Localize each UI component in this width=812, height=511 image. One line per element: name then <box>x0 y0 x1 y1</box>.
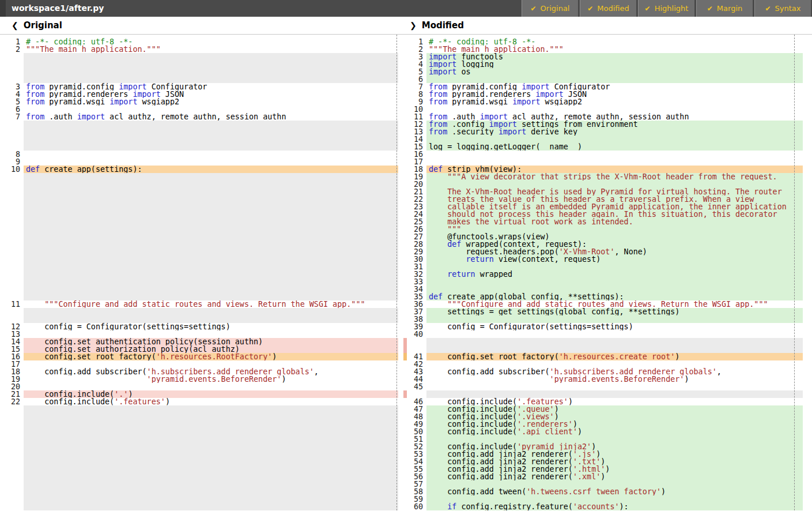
collapse-modified-icon[interactable]: ❯ <box>410 21 417 30</box>
marker-strip <box>0 76 4 83</box>
code-text <box>24 106 398 113</box>
code-line: 50 config.include('.api_client') <box>403 428 812 435</box>
marker-strip <box>0 480 4 488</box>
filler-row <box>0 128 403 136</box>
code-line: 52 config.include('pyramid_jinja2') <box>403 443 812 450</box>
code-text: config.include('.api_client') <box>426 428 803 435</box>
filler-row <box>403 345 812 353</box>
code-line: 18def strip_vhm(view): <box>403 166 812 173</box>
code-text: config = Configurator(settings=settings) <box>24 323 398 330</box>
code-text <box>24 121 398 128</box>
code-line: 13 <box>0 330 403 338</box>
code-text: config.include('.features') <box>426 398 803 405</box>
code-text: from pyramid.wsgi import wsgiapp2 <box>24 98 398 106</box>
filler-row <box>0 68 403 76</box>
button-label: Margin <box>717 4 742 13</box>
code-text: return view(context, request) <box>426 256 803 263</box>
code-line: 1# -*- coding: utf-8 -*- <box>403 38 812 46</box>
code-text <box>24 248 398 256</box>
code-line: 27 @functools.wraps(view) <box>403 233 812 241</box>
code-line: 19 'pyramid.events.BeforeRender') <box>0 375 403 383</box>
line-number <box>4 413 24 420</box>
marker-strip <box>0 106 4 113</box>
marker-strip <box>0 450 4 458</box>
code-line: 9 <box>0 158 403 166</box>
code-text: import functools <box>426 53 803 61</box>
filler-row <box>0 488 403 495</box>
code-text <box>24 293 398 300</box>
code-text <box>24 480 398 488</box>
collapse-original-icon[interactable]: ❮ <box>12 21 18 30</box>
code-text <box>24 330 398 338</box>
filler-row <box>0 315 403 323</box>
code-line: 45 <box>403 383 812 390</box>
marker-strip <box>0 68 4 76</box>
code-text <box>426 158 803 166</box>
code-text: should not process this header again. In… <box>426 211 803 218</box>
code-line: 21 The X-Vhm-Root header is used by Pyra… <box>403 188 812 196</box>
code-text <box>426 278 803 285</box>
margin-guide <box>396 35 397 510</box>
line-number <box>4 420 24 428</box>
code-line: 58 config.add_tween('h.tweens.csrf_tween… <box>403 488 812 495</box>
line-number: 22 <box>4 398 24 405</box>
marker-strip <box>0 473 4 480</box>
code-line: 46 config.include('.features') <box>403 398 812 405</box>
marker-strip <box>0 91 4 98</box>
titlebar: workspace1/after.py ✔Original✔Modified✔H… <box>0 0 812 17</box>
filler-row <box>0 293 403 300</box>
code-line: 48 config.include('.views') <box>403 413 812 420</box>
filler-row <box>0 136 403 143</box>
line-number: 45 <box>407 383 426 390</box>
marker-strip <box>0 53 4 61</box>
code-line: 42 <box>403 360 812 368</box>
line-number <box>4 435 24 443</box>
modified-pane-title: Modified <box>422 20 464 31</box>
line-number <box>4 196 24 203</box>
filler-row <box>0 248 403 256</box>
line-number: 1 <box>407 38 426 46</box>
code-text: config.add_jinja2_renderer('.txt') <box>426 458 803 465</box>
marker-strip <box>0 196 4 203</box>
code-text: from pyramid.renderers import JSON <box>24 91 398 98</box>
line-number <box>4 405 24 413</box>
marker-strip <box>0 173 4 181</box>
code-line: 32 return wrapped <box>403 270 812 278</box>
code-text <box>426 315 803 323</box>
code-text: from pyramid.config import Configurator <box>24 83 398 91</box>
toggle-modified-button[interactable]: ✔Modified <box>580 0 636 17</box>
marker-strip <box>0 278 4 285</box>
filler-row <box>0 188 403 196</box>
line-number <box>4 450 24 458</box>
code-text: config.include('.views') <box>426 413 803 420</box>
filler-row <box>0 241 403 248</box>
code-text <box>24 360 398 368</box>
code-text <box>24 241 398 248</box>
toggle-highlight-button[interactable]: ✔Highlight <box>638 0 694 17</box>
toggle-syntax-button[interactable]: ✔Syntax <box>754 0 811 17</box>
line-number <box>4 143 24 151</box>
line-number <box>4 188 24 196</box>
button-label: Syntax <box>775 4 801 13</box>
code-line: 16 config.set_root_factory('h.resources.… <box>0 353 403 360</box>
code-text <box>426 360 803 368</box>
line-number <box>4 53 24 61</box>
code-text <box>24 285 398 293</box>
code-text <box>24 61 398 68</box>
code-line: 5import os <box>403 68 812 76</box>
line-number <box>4 443 24 450</box>
code-text <box>24 173 398 181</box>
code-text <box>24 428 398 435</box>
code-line: 34 <box>403 285 812 293</box>
toggle-margin-button[interactable]: ✔Margin <box>696 0 753 17</box>
marker-strip <box>0 98 4 106</box>
code-text <box>24 218 398 226</box>
marker-strip <box>0 368 4 375</box>
line-number <box>4 248 24 256</box>
code-text: config.add_subscriber('h.subscribers.add… <box>426 368 803 375</box>
code-text <box>24 263 398 270</box>
window-title: workspace1/after.py <box>6 0 104 17</box>
code-text: from pyramid.wsgi import wsgiapp2 <box>426 98 803 106</box>
toggle-original-button[interactable]: ✔Original <box>522 0 578 17</box>
code-text: config.include('.queue') <box>426 405 803 413</box>
